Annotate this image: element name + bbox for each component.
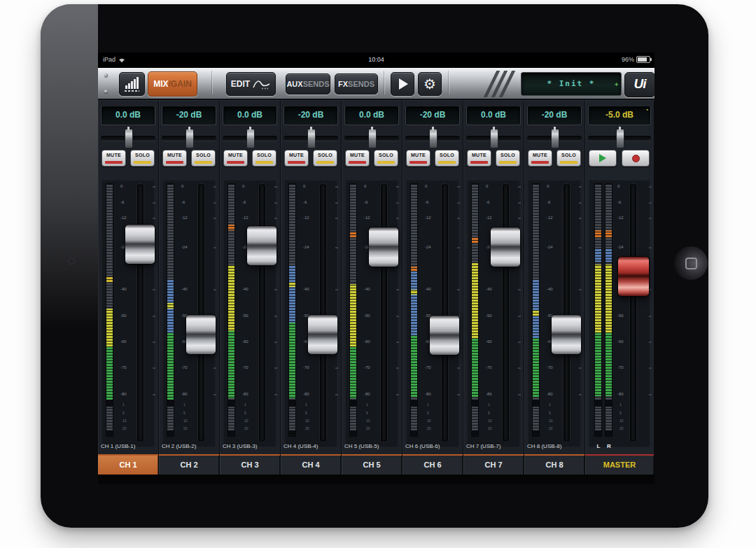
fader-knob[interactable]	[430, 316, 459, 355]
tab-ch6[interactable]: CH 6	[402, 454, 463, 475]
fader-knob[interactable]	[552, 315, 581, 354]
pan-thumb[interactable]	[368, 129, 377, 148]
camera-dot	[68, 258, 75, 265]
solo-button[interactable]: SOLO	[313, 150, 337, 167]
channel-name-label: CH 7 (USB-7)	[466, 443, 500, 449]
tab-ch4[interactable]: CH 4	[281, 454, 341, 475]
tab-ch2[interactable]: CH 2	[159, 454, 219, 475]
channel-name-label: CH 8 (USB-8)	[527, 443, 561, 449]
fx-sends-button[interactable]: FXSENDS	[335, 73, 378, 94]
meter-scale-label: 1	[427, 403, 429, 407]
transport-play-button[interactable]	[391, 72, 414, 96]
solo-button[interactable]: SOLO	[556, 150, 581, 167]
tab-ch1[interactable]: CH 1	[98, 454, 158, 475]
fader-track[interactable]	[320, 184, 326, 442]
fader-db-readout: -20 dB	[527, 106, 582, 125]
fader-db-readout: 0.0 dB	[223, 106, 277, 125]
meter-scale-label: -80	[181, 392, 188, 396]
fader-db-readout: -20 dB	[162, 106, 216, 125]
toolbar-divider	[384, 71, 384, 94]
meter-scale-label: -6	[547, 200, 550, 204]
tab-ch3[interactable]: CH 3	[220, 454, 280, 475]
meter-scale-label: -70	[547, 365, 553, 370]
mute-button[interactable]: MUTE	[102, 150, 126, 167]
pan-slider[interactable]	[342, 127, 402, 148]
meter-scale-label: 10	[305, 419, 309, 423]
fader-track[interactable]	[259, 184, 265, 442]
pan-slider[interactable]	[524, 127, 584, 148]
play-button[interactable]	[589, 150, 617, 167]
edit-button[interactable]: EDIT	[226, 72, 276, 96]
tab-master[interactable]: MASTER	[585, 454, 654, 475]
meter-scale-label: -50	[486, 314, 492, 318]
mute-button[interactable]: MUTE	[345, 150, 370, 167]
fader-track[interactable]	[503, 184, 509, 442]
strip-ch7: 0.0 dBMUTESOLO0-6-12-24-40-50-60-70-8015…	[463, 101, 524, 475]
mute-button[interactable]: MUTE	[223, 150, 248, 167]
aux-sends-button[interactable]: AUXSENDS	[286, 73, 330, 94]
level-meter	[533, 184, 539, 436]
fader-knob[interactable]	[186, 315, 216, 354]
pan-slider[interactable]	[281, 127, 341, 148]
pan-thumb[interactable]	[186, 129, 194, 148]
solo-button[interactable]: SOLO	[191, 150, 216, 167]
balance-slider[interactable]	[585, 127, 654, 148]
record-button[interactable]	[622, 150, 650, 167]
mute-button[interactable]: MUTE	[162, 150, 187, 167]
pan-thumb[interactable]	[616, 129, 624, 148]
meters-view-button[interactable]	[119, 72, 145, 96]
pan-thumb[interactable]	[125, 129, 133, 148]
solo-button[interactable]: SOLO	[435, 150, 459, 167]
fader-track[interactable]	[137, 184, 144, 442]
fader-track[interactable]	[381, 184, 387, 442]
tab-ch7[interactable]: CH 7	[463, 454, 524, 475]
solo-button[interactable]: SOLO	[130, 150, 155, 167]
meter-scale-label: -70	[303, 365, 309, 370]
fader-knob[interactable]	[308, 315, 337, 354]
meter-scale-label: -80	[547, 392, 553, 396]
pan-thumb[interactable]	[551, 129, 559, 148]
pan-slider[interactable]	[98, 127, 158, 148]
mute-button[interactable]: MUTE	[284, 150, 309, 167]
pan-slider[interactable]	[159, 127, 219, 148]
level-meter	[289, 184, 295, 436]
toolbar-divider	[448, 71, 449, 94]
fader-track[interactable]	[564, 184, 570, 442]
fader-track[interactable]	[198, 184, 204, 442]
meter-scale-label: -60	[364, 339, 370, 344]
settings-button[interactable]: ⚙	[418, 72, 442, 96]
meter-scale-label: 5	[427, 412, 429, 415]
gain-label: /GAIN	[169, 79, 192, 89]
meter-scale-label: -70	[120, 365, 127, 370]
meter-scale-label: -24	[547, 245, 553, 249]
solo-button[interactable]: SOLO	[496, 150, 520, 167]
fader-knob[interactable]	[618, 257, 649, 296]
tab-ch8[interactable]: CH 8	[524, 454, 584, 475]
pan-thumb[interactable]	[429, 129, 438, 148]
meter-scale-label: -50	[120, 314, 127, 318]
home-button[interactable]	[674, 246, 708, 280]
fader-knob[interactable]	[369, 227, 398, 267]
pan-slider[interactable]	[220, 127, 280, 148]
tab-ch5[interactable]: CH 5	[342, 454, 402, 475]
solo-button[interactable]: SOLO	[252, 150, 276, 167]
fader-knob[interactable]	[491, 227, 520, 267]
meter-scale-label: -12	[547, 216, 553, 220]
pan-thumb[interactable]	[246, 129, 255, 148]
fader-track[interactable]	[442, 184, 448, 442]
fader-track[interactable]	[630, 184, 636, 442]
pan-thumb[interactable]	[490, 129, 498, 148]
pan-thumb[interactable]	[307, 129, 316, 148]
mute-button[interactable]: MUTE	[406, 150, 430, 167]
pan-slider[interactable]	[402, 127, 463, 148]
pan-slider[interactable]	[463, 127, 524, 148]
fader-knob[interactable]	[125, 225, 155, 264]
soundcraft-logo-mark	[487, 71, 522, 97]
mute-button[interactable]: MUTE	[467, 150, 491, 167]
solo-button[interactable]: SOLO	[374, 150, 398, 167]
mix-gain-button[interactable]: MIX/GAIN	[148, 71, 197, 97]
fader-knob[interactable]	[247, 226, 276, 265]
ui-logo: Ui	[624, 72, 654, 97]
meter-scale-label: 0	[303, 184, 305, 188]
mute-button[interactable]: MUTE	[528, 150, 552, 167]
